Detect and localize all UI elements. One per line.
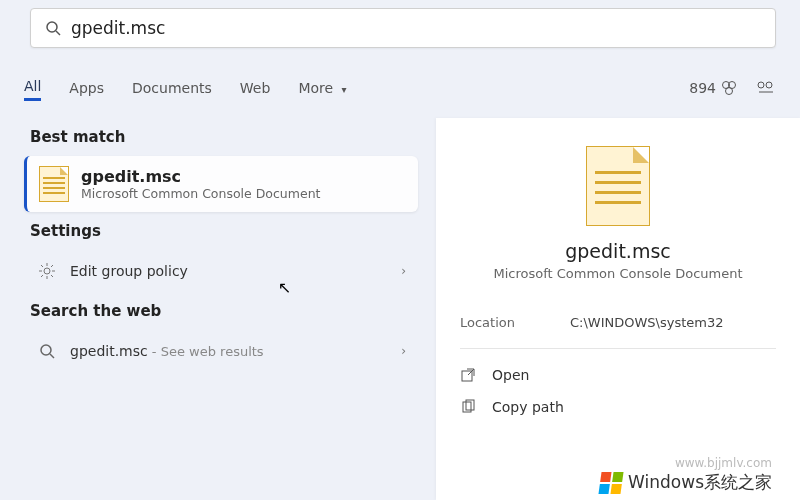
svg-point-4 <box>726 87 733 94</box>
search-bar[interactable] <box>30 8 776 48</box>
chevron-right-icon: › <box>401 264 406 278</box>
best-match-heading: Best match <box>30 128 418 146</box>
svg-point-5 <box>758 82 764 88</box>
settings-heading: Settings <box>30 222 418 240</box>
web-result-term: gpedit.msc <box>70 343 148 359</box>
svg-point-7 <box>44 268 50 274</box>
location-label: Location <box>460 315 570 330</box>
chevron-right-icon: › <box>401 344 406 358</box>
windows-logo-icon <box>599 472 624 494</box>
rewards-points[interactable]: 894 <box>689 79 738 97</box>
settings-item-label: Edit group policy <box>70 263 401 279</box>
svg-line-9 <box>50 354 54 358</box>
best-match-subtitle: Microsoft Common Console Document <box>81 186 320 201</box>
copy-path-action[interactable]: Copy path <box>460 391 776 423</box>
details-subtitle: Microsoft Common Console Document <box>460 266 776 281</box>
svg-point-8 <box>41 345 51 355</box>
search-icon <box>45 20 61 36</box>
open-label: Open <box>492 367 529 383</box>
search-web-heading: Search the web <box>30 302 418 320</box>
tab-all[interactable]: All <box>24 74 41 101</box>
search-input[interactable] <box>71 18 761 38</box>
web-result-item[interactable]: gpedit.msc - See web results › <box>24 330 418 372</box>
svg-point-0 <box>47 22 57 32</box>
svg-line-1 <box>56 31 60 35</box>
results-panel: Best match gpedit.msc Microsoft Common C… <box>24 118 418 500</box>
web-result-label: gpedit.msc - See web results <box>70 343 401 359</box>
tab-apps[interactable]: Apps <box>69 76 104 100</box>
watermark-site: Windows系统之家 <box>600 471 772 494</box>
details-panel: gpedit.msc Microsoft Common Console Docu… <box>436 118 800 500</box>
search-icon <box>36 340 58 362</box>
watermark-url: www.bjjmlv.com <box>675 456 772 470</box>
location-row: Location C:\WINDOWS\system32 <box>460 307 776 338</box>
tab-documents[interactable]: Documents <box>132 76 212 100</box>
copy-path-label: Copy path <box>492 399 564 415</box>
chevron-down-icon: ▾ <box>342 84 347 95</box>
best-match-title: gpedit.msc <box>81 167 320 186</box>
gear-icon <box>36 260 58 282</box>
filter-tabs: All Apps Documents Web More ▾ 894 <box>24 74 776 101</box>
watermark-site-text: Windows系统之家 <box>628 471 772 494</box>
document-icon-large <box>586 146 650 226</box>
settings-item-edit-group-policy[interactable]: Edit group policy › <box>24 250 418 292</box>
tab-more-label: More <box>298 80 333 96</box>
tab-more[interactable]: More ▾ <box>298 76 346 100</box>
rewards-points-value: 894 <box>689 80 716 96</box>
open-action[interactable]: Open <box>460 359 776 391</box>
divider <box>460 348 776 349</box>
rewards-icon <box>720 79 738 97</box>
document-icon <box>39 166 69 202</box>
open-icon <box>460 367 480 383</box>
copy-icon <box>460 399 480 415</box>
details-title: gpedit.msc <box>460 240 776 262</box>
web-result-suffix: - See web results <box>148 344 264 359</box>
best-match-result[interactable]: gpedit.msc Microsoft Common Console Docu… <box>24 156 418 212</box>
tab-web[interactable]: Web <box>240 76 271 100</box>
svg-point-6 <box>766 82 772 88</box>
options-icon[interactable] <box>756 80 776 96</box>
location-value: C:\WINDOWS\system32 <box>570 315 776 330</box>
